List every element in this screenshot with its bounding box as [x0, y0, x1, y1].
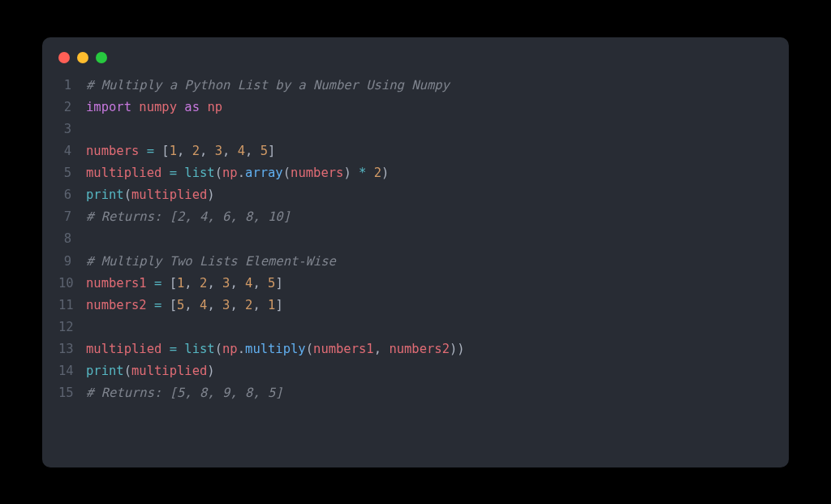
code-token: )	[207, 364, 214, 378]
code-token: 5	[177, 298, 184, 312]
code-token	[177, 166, 184, 180]
minimize-icon[interactable]	[77, 52, 88, 63]
code-line: 12	[58, 317, 773, 338]
code-token: 4	[200, 298, 207, 312]
code-token: (	[215, 166, 222, 180]
close-icon[interactable]	[58, 52, 70, 63]
line-number: 3	[58, 118, 86, 140]
code-content: # Returns: [2, 4, 6, 8, 10]	[86, 206, 291, 228]
code-token: [	[154, 144, 170, 158]
code-area: 1# Multiply a Python List by a Number Us…	[42, 75, 789, 405]
code-token: print	[86, 187, 124, 202]
code-line: 3	[58, 118, 773, 140]
code-token: ,	[252, 298, 268, 312]
code-token: ,	[184, 276, 200, 291]
code-token: ]	[268, 144, 275, 158]
line-number: 9	[58, 251, 86, 273]
code-token: ,	[222, 144, 238, 158]
code-token: (	[215, 342, 222, 356]
code-window: 1# Multiply a Python List by a Number Us…	[42, 37, 789, 467]
code-token: numbers2	[389, 342, 450, 356]
code-token	[161, 342, 169, 356]
code-token: 2	[192, 144, 200, 158]
code-token: (	[124, 187, 131, 202]
code-token: numbers1	[313, 342, 374, 356]
line-number: 4	[58, 140, 86, 162]
code-token: np	[222, 166, 238, 180]
code-token: *	[359, 166, 366, 180]
code-token: ,	[177, 144, 192, 158]
code-token: 4	[245, 276, 252, 291]
code-token: ))	[450, 342, 465, 356]
code-token	[161, 166, 169, 180]
code-line: 11numbers2 = [5, 4, 3, 2, 1]	[58, 295, 773, 317]
code-content	[86, 118, 93, 140]
code-token: ,	[200, 144, 215, 158]
code-line: 7# Returns: [2, 4, 6, 8, 10]	[58, 206, 773, 228]
maximize-icon[interactable]	[96, 52, 107, 63]
window-titlebar	[42, 52, 789, 75]
code-line: 6print(multiplied)	[58, 184, 773, 206]
code-token: ,	[230, 298, 245, 312]
code-token: .	[238, 166, 245, 180]
code-token: 2	[245, 298, 252, 312]
code-line: 9# Multiply Two Lists Element-Wise	[58, 251, 773, 273]
code-token: )	[381, 166, 389, 180]
code-token: ,	[207, 298, 222, 312]
code-token: ,	[184, 298, 200, 312]
code-token: list	[184, 166, 214, 180]
code-token: np	[207, 100, 222, 114]
code-token: multiplied	[131, 187, 207, 202]
code-token: array	[245, 166, 283, 180]
code-token: (	[283, 166, 291, 180]
code-token: =	[170, 342, 177, 356]
code-token: ]	[275, 276, 282, 291]
code-token: 5	[260, 144, 268, 158]
code-token: multiply	[245, 342, 306, 356]
code-token: ,	[374, 342, 390, 356]
code-token: ,	[252, 276, 268, 291]
code-line: 4numbers = [1, 2, 3, 4, 5]	[58, 140, 773, 162]
code-token: numpy	[139, 100, 177, 114]
code-token	[200, 100, 207, 114]
code-token: ]	[275, 298, 282, 312]
code-token: np	[222, 342, 238, 356]
code-content: multiplied = list(np.multiply(numbers1, …	[86, 338, 465, 360]
code-content: # Multiply a Python List by a Number Usi…	[86, 75, 450, 97]
code-token: )	[207, 187, 214, 202]
line-number: 5	[58, 162, 86, 184]
code-token	[366, 166, 373, 180]
code-token: # Returns: [5, 8, 9, 8, 5]	[86, 386, 283, 400]
code-token: )	[343, 166, 359, 180]
line-number: 12	[58, 317, 86, 338]
code-line: 5multiplied = list(np.array(numbers) * 2…	[58, 162, 773, 184]
code-token: =	[147, 144, 154, 158]
code-token: ,	[230, 276, 245, 291]
code-token: 3	[222, 276, 230, 291]
code-content: multiplied = list(np.array(numbers) * 2)	[86, 162, 389, 184]
line-number: 7	[58, 206, 86, 228]
code-token: list	[184, 342, 214, 356]
code-token: ,	[245, 144, 260, 158]
code-token: (	[306, 342, 313, 356]
code-token: 1	[177, 276, 184, 291]
line-number: 11	[58, 295, 86, 317]
line-number: 8	[58, 228, 86, 250]
code-token	[147, 298, 154, 312]
code-token	[177, 100, 184, 114]
code-content	[86, 228, 93, 250]
code-content: numbers2 = [5, 4, 3, 2, 1]	[86, 295, 283, 317]
code-token: 3	[215, 144, 222, 158]
code-line: 8	[58, 228, 773, 250]
code-token: =	[154, 298, 161, 312]
code-token: multiplied	[86, 166, 161, 180]
code-content: print(multiplied)	[86, 360, 215, 382]
code-content: # Returns: [5, 8, 9, 8, 5]	[86, 382, 283, 404]
code-token	[131, 100, 139, 114]
code-content: print(multiplied)	[86, 184, 215, 206]
code-line: 10numbers1 = [1, 2, 3, 4, 5]	[58, 273, 773, 295]
code-token: multiplied	[86, 342, 161, 356]
code-token: print	[86, 364, 124, 378]
code-token: numbers2	[86, 298, 147, 312]
code-content: import numpy as np	[86, 97, 222, 118]
